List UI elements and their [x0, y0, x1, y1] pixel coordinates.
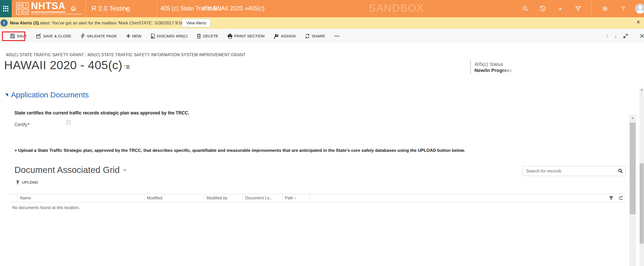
alert-title: New Alerts (3) [10, 21, 39, 26]
search-icon[interactable] [522, 5, 529, 12]
steering-wheel-icon [16, 2, 22, 8]
section-header[interactable]: Application Documents [5, 91, 89, 99]
gear-icon[interactable] [601, 5, 608, 12]
breadcrumb-record[interactable]: HAWAII 2020 - 405(c) [208, 5, 265, 12]
required-field-icon: + [28, 122, 30, 126]
grid-header-row: Name Modified Modified by Document Lo...… [10, 194, 626, 202]
brand-underline [31, 12, 66, 12]
record-type-label: 405(C) STATE TRAFFIC SAFETY GRANT : 405(… [6, 53, 245, 57]
plus-icon [126, 34, 130, 38]
collapse-icon[interactable]: ✕ [639, 33, 644, 40]
create-record-icon[interactable]: + [557, 5, 564, 12]
discard-button[interactable]: DISCARD 405(C) [151, 34, 188, 39]
close-icon[interactable]: × [637, 19, 640, 25]
chevron-down-icon[interactable] [123, 169, 126, 171]
command-bar-right: ↑ ↓ [606, 29, 628, 43]
info-icon: i [1, 19, 8, 26]
row-selector-column[interactable] [10, 194, 17, 202]
page-scrollbar[interactable]: ▲ [639, 88, 644, 266]
user-avatar[interactable] [635, 4, 644, 14]
assign-button[interactable]: ASSIGN [274, 34, 296, 39]
refresh-icon[interactable] [619, 196, 623, 200]
column-name[interactable]: Name [17, 194, 144, 202]
subgrid-scroll-thumb[interactable] [630, 123, 636, 214]
help-icon[interactable]: ? [619, 5, 626, 12]
grid-header-filler [310, 194, 626, 202]
brand-wordmark: NHTSA [31, 1, 65, 11]
trash-icon [197, 34, 201, 39]
subgrid-title: Document Associated Grid [14, 165, 120, 175]
subgrid-search [522, 166, 626, 176]
app-launcher-button[interactable] [0, 0, 12, 17]
view-alerts-button[interactable]: View Alerts [182, 19, 210, 27]
home-icon[interactable] [70, 5, 77, 12]
recently-viewed-icon[interactable] [539, 5, 546, 12]
save-and-close-button[interactable]: SAVE & CLOSE [36, 34, 71, 39]
command-bar: SAVE SAVE & CLOSE VALIDATE PAGE NEW DISC… [0, 29, 644, 43]
nav-divider [591, 0, 591, 17]
certify-checkbox[interactable] [67, 121, 71, 125]
popout-icon[interactable] [623, 34, 628, 39]
page-title: HAWAII 2020 - 405(c) [4, 58, 122, 72]
overflow-menu-button[interactable]: ••• [334, 34, 340, 38]
waffle-icon [3, 6, 9, 12]
nhtsa-logo-tiles [16, 2, 29, 15]
share-button[interactable]: SHARE [305, 34, 325, 39]
column-modified[interactable]: Modified [144, 194, 204, 202]
scroll-up-icon[interactable]: ▲ [639, 88, 644, 91]
next-record-icon[interactable]: ↓ [614, 33, 617, 39]
grid-empty-message: No documents found at this location. [12, 205, 80, 210]
star-icon [23, 9, 29, 15]
share-icon [305, 34, 310, 39]
alert-message: Latest: You've got an alert for the mail… [38, 21, 191, 26]
chevron-right-icon [202, 7, 205, 11]
form-content: 405(C) STATE TRAFFIC SAFETY GRANT : 405(… [0, 43, 644, 266]
printer-icon [227, 34, 233, 39]
assign-icon [274, 34, 279, 39]
filter-icon[interactable] [574, 5, 582, 12]
validate-page-button[interactable]: VALIDATE PAGE [80, 34, 117, 39]
search-icon[interactable] [618, 169, 625, 173]
discard-icon [151, 34, 155, 39]
certify-field-label: Certify+ [14, 122, 30, 127]
pedestrian-icon [23, 2, 29, 8]
certify-statement: State certifies the current traffic reco… [14, 110, 189, 116]
chevron-down-icon[interactable] [124, 7, 129, 10]
chevron-right-icon[interactable] [245, 7, 248, 11]
delete-button[interactable]: DELETE [197, 34, 218, 39]
alert-bar: i New Alerts (3) Latest: You've got an a… [0, 17, 644, 29]
column-document-location[interactable]: Document Lo... [242, 194, 282, 202]
previous-record-icon[interactable]: ↑ [606, 33, 609, 39]
sandbox-watermark: SANDBOX [369, 2, 424, 14]
section-collapse-icon[interactable] [5, 94, 8, 97]
save-button[interactable]: SAVE [10, 34, 27, 38]
upload-button[interactable]: UPLOAD [16, 180, 38, 185]
grid-filter-icon[interactable] [609, 196, 613, 200]
column-modified-by[interactable]: Modified by [204, 194, 242, 202]
print-section-button[interactable]: PRINT SECTION [227, 34, 265, 39]
nav-divider [157, 0, 157, 17]
sort-ascending-icon: ↑ [295, 196, 297, 200]
upload-instruction: + Upload a State Traffic Strategic plan,… [14, 148, 465, 153]
page-scroll-thumb[interactable] [640, 163, 644, 244]
upload-icon [16, 180, 20, 185]
new-button[interactable]: NEW [126, 34, 141, 38]
status-divider [470, 60, 471, 75]
column-path[interactable]: Path ↑ [282, 194, 310, 202]
search-input[interactable] [523, 169, 618, 174]
form-selector-icon[interactable] [124, 65, 130, 69]
highway-icon [16, 9, 22, 15]
status-value[interactable]: New/In Progress [474, 68, 516, 73]
scroll-up-icon[interactable]: ▲ [629, 116, 636, 119]
nav-divider [86, 0, 86, 17]
brand-caption: NATIONAL HIGHWAY TRAFFIC SAFETY ADMINIST… [31, 13, 82, 15]
validate-icon [80, 34, 85, 39]
top-nav-bar: NHTSA NATIONAL HIGHWAY TRAFFIC SAFETY AD… [0, 0, 644, 17]
status-label: 405(c) Status [474, 62, 503, 67]
save-and-close-icon [36, 34, 41, 39]
save-icon [10, 34, 15, 38]
section-title: Application Documents [11, 91, 89, 99]
subgrid-scrollbar[interactable]: ▲ [629, 115, 636, 266]
